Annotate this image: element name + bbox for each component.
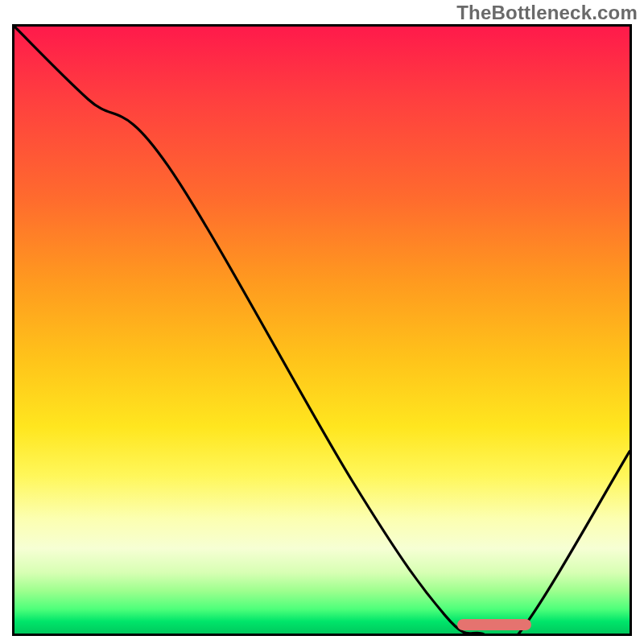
optimal-range-marker [457,619,531,630]
watermark-text: TheBottleneck.com [456,2,638,24]
bottleneck-curve [14,27,630,634]
chart-stage: TheBottleneck.com [0,0,644,644]
plot-area [12,24,632,636]
